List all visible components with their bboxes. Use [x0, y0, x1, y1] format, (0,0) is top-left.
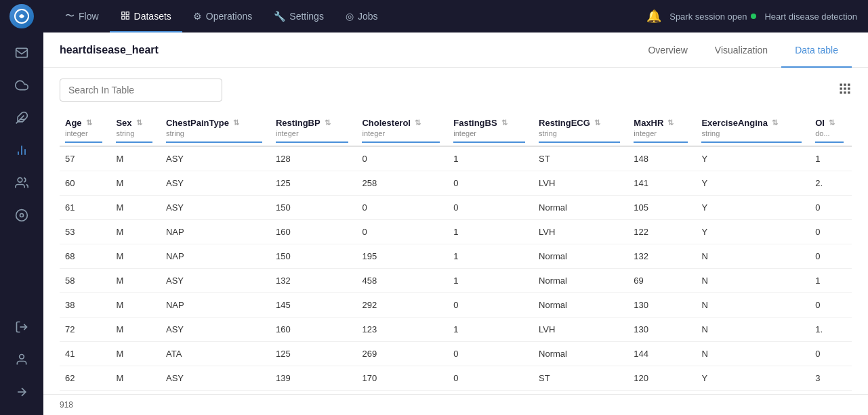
jobs-icon: ◎	[346, 11, 354, 22]
col-sex[interactable]: Sex ⇅ string	[110, 112, 161, 146]
nav-item-settings[interactable]: 🔧 Settings	[263, 0, 335, 32]
col-restingbp[interactable]: RestingBP ⇅ integer	[270, 112, 357, 146]
sort-exerciseangina-icon[interactable]: ⇅	[772, 118, 778, 127]
sidebar-item-users[interactable]	[7, 168, 37, 198]
table-cell: M	[110, 342, 161, 366]
sort-sex-icon[interactable]: ⇅	[136, 118, 142, 127]
content-area: heartdisease_heart Overview Visualizatio…	[43, 32, 868, 415]
svg-rect-21	[844, 87, 846, 89]
sidebar-item-export[interactable]	[7, 312, 37, 342]
sort-cholesterol-icon[interactable]: ⇅	[415, 118, 421, 127]
table-cell: Normal	[533, 342, 628, 366]
sidebar-item-data[interactable]	[7, 200, 37, 230]
nav-jobs-label: Jobs	[358, 11, 378, 22]
table-cell: NAP	[161, 220, 270, 244]
table-cell: 195	[356, 244, 448, 269]
tab-overview[interactable]: Overview	[634, 32, 701, 68]
table-cell: 1	[810, 269, 852, 293]
table-cell: 458	[356, 269, 448, 293]
nav-item-flow[interactable]: 〜 Flow	[54, 0, 110, 32]
app-logo[interactable]	[0, 0, 43, 32]
sidebar-item-messages[interactable]	[7, 38, 37, 68]
table-cell: 141	[628, 171, 696, 196]
table-cell: 61	[60, 196, 110, 220]
sort-restingecg-icon[interactable]: ⇅	[594, 118, 600, 127]
table-cell: 0	[448, 366, 533, 391]
table-cell: Normal	[533, 293, 628, 318]
sidebar-item-navigate[interactable]	[7, 377, 37, 407]
table-cell: Y	[696, 171, 810, 196]
table-cell: 57	[60, 146, 110, 171]
col-restingecg[interactable]: RestingECG ⇅ string	[533, 112, 628, 146]
nav-item-operations[interactable]: ⚙ Operations	[182, 0, 263, 32]
sidebar	[0, 0, 43, 415]
sidebar-item-plugins[interactable]	[7, 103, 37, 133]
sidebar-bottom-icons	[7, 312, 37, 415]
svg-rect-22	[848, 87, 850, 89]
table-row: 62MASY1391700ST120Y3	[60, 366, 852, 391]
table-cell: 122	[628, 220, 696, 244]
table-row: 53MNAP16001LVH122Y0	[60, 220, 852, 244]
table-cell: 269	[356, 342, 448, 366]
table-cell: 0	[810, 244, 852, 269]
svg-rect-16	[126, 16, 129, 19]
sort-age-icon[interactable]: ⇅	[86, 118, 92, 127]
nav-datasets-label: Datasets	[134, 11, 171, 22]
sort-restingbp-icon[interactable]: ⇅	[325, 118, 331, 127]
sidebar-item-analytics[interactable]	[7, 135, 37, 165]
spark-status-dot	[751, 14, 756, 19]
table-cell: 160	[270, 220, 357, 244]
svg-rect-17	[840, 83, 842, 85]
col-age[interactable]: Age ⇅ integer	[60, 112, 110, 146]
svg-rect-13	[121, 12, 124, 14]
table-cell: 0	[810, 220, 852, 244]
nav-item-jobs[interactable]: ◎ Jobs	[335, 0, 389, 32]
svg-rect-15	[121, 16, 124, 19]
table-cell: 132	[270, 269, 357, 293]
svg-rect-1	[16, 48, 28, 57]
tab-data-table[interactable]: Data table	[781, 32, 852, 68]
table-cell: Normal	[533, 244, 628, 269]
table-cell: N	[696, 293, 810, 318]
data-table-container[interactable]: Age ⇅ integer Sex ⇅	[43, 112, 868, 394]
table-cell: M	[110, 293, 161, 318]
sidebar-item-profile[interactable]	[7, 345, 37, 374]
col-exerciseangina[interactable]: ExerciseAngina ⇅ string	[696, 112, 810, 146]
dataset-tabs: Overview Visualization Data table	[634, 32, 852, 68]
table-cell: 130	[628, 293, 696, 318]
table-cell: 1	[448, 146, 533, 171]
sort-maxhr-icon[interactable]: ⇅	[667, 118, 674, 127]
col-fastingbs[interactable]: FastingBS ⇅ integer	[448, 112, 533, 146]
col-oi[interactable]: OI ⇅ do...	[810, 112, 852, 146]
table-cell: LVH	[533, 171, 628, 196]
svg-point-11	[20, 355, 24, 359]
col-maxhr[interactable]: MaxHR ⇅ integer	[628, 112, 696, 146]
sort-fastingbs-icon[interactable]: ⇅	[501, 118, 508, 127]
col-cholesterol[interactable]: Cholesterol ⇅ integer	[356, 112, 448, 146]
table-cell: 128	[270, 146, 357, 171]
svg-rect-19	[848, 83, 850, 85]
nav-item-datasets[interactable]: Datasets	[110, 0, 182, 32]
table-cell: ST	[533, 366, 628, 391]
table-cell: M	[110, 244, 161, 269]
tab-visualization[interactable]: Visualization	[701, 32, 781, 68]
sort-oi-icon[interactable]: ⇅	[829, 118, 835, 127]
table-cell: 145	[270, 293, 357, 318]
table-row: 57MASY12801ST148Y1	[60, 146, 852, 171]
table-cell: Y	[696, 146, 810, 171]
col-chestpaintype[interactable]: ChestPainType ⇅ string	[161, 112, 270, 146]
bell-icon[interactable]: 🔔	[646, 9, 661, 24]
table-cell: 58	[60, 269, 110, 293]
table-cell: 1	[448, 269, 533, 293]
table-cell: 123	[356, 318, 448, 342]
table-cell: NAP	[161, 293, 270, 318]
table-row: 68MNAP1501951Normal132N0	[60, 244, 852, 269]
table-cell: 72	[60, 318, 110, 342]
sidebar-item-cloud[interactable]	[7, 70, 37, 100]
spark-label: Spark session open	[669, 12, 747, 22]
table-row: 60MASY1252580LVH141Y2.	[60, 171, 852, 196]
grid-view-icon[interactable]	[838, 82, 852, 99]
search-input[interactable]	[60, 79, 222, 102]
sort-chestpain-icon[interactable]: ⇅	[233, 118, 239, 127]
settings-icon: 🔧	[274, 11, 285, 22]
